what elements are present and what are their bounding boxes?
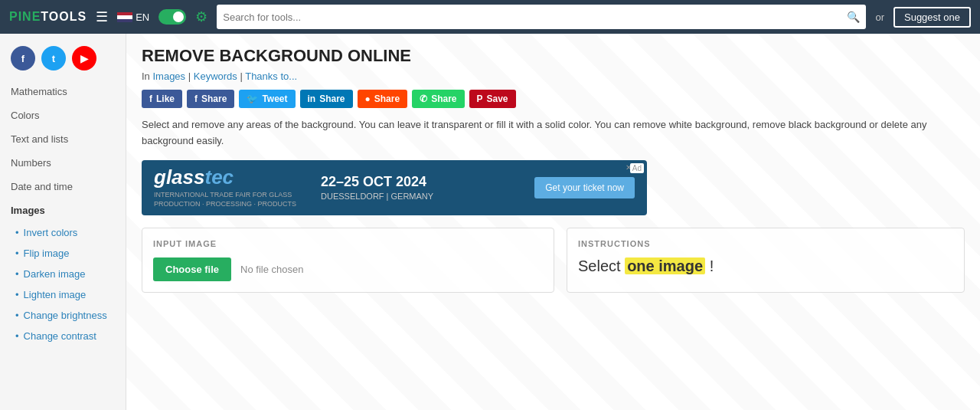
sidebar-item-colors[interactable]: Colors — [0, 103, 126, 127]
instructions-after: ! — [710, 257, 714, 274]
instructions-highlight: one image — [625, 257, 705, 274]
twitter-icon: 🐦 — [247, 93, 258, 104]
sidebar-item-numbers[interactable]: Numbers — [0, 151, 126, 175]
no-file-text: No file chosen — [240, 264, 303, 275]
main-content: REMOVE BACKGROUND ONLINE In Images | Key… — [126, 34, 980, 410]
sidebar-subitem-change-brightness[interactable]: Change brightness — [0, 305, 126, 326]
suggest-button[interactable]: Suggest one — [893, 7, 971, 28]
youtube-social-btn[interactable]: ▶ — [72, 46, 96, 71]
instructions-panel: INSTRUCTIONS Select one image ! — [567, 228, 965, 293]
ad-location: DUESSELDORF | GERMANY — [321, 192, 433, 201]
ad-banner: glasstec INTERNATIONAL TRADE FAIR FOR GL… — [142, 160, 647, 215]
topbar: PINETOOLS ☰ EN ⚙ 🔍 or Suggest one — [0, 0, 980, 34]
sidebar: f t ▶ Mathematics Colors Text and lists … — [0, 34, 126, 410]
logo[interactable]: PINETOOLS — [9, 10, 87, 24]
facebook-icon: f — [149, 93, 152, 104]
share-buttons: f Like f Share 🐦 Tweet in Share ● Sha — [142, 90, 965, 108]
body-wrap: f t ▶ Mathematics Colors Text and lists … — [0, 34, 980, 410]
instructions-panel-title: INSTRUCTIONS — [578, 239, 953, 248]
whatsapp-share-button[interactable]: ✆ Share — [412, 90, 464, 108]
flag-icon — [117, 12, 132, 22]
breadcrumb-prefix: In — [142, 71, 152, 82]
or-label: or — [875, 11, 884, 23]
theme-toggle[interactable] — [158, 9, 186, 25]
ad-cta-button[interactable]: Get your ticket now — [534, 177, 635, 198]
reddit-icon: ● — [365, 93, 371, 104]
lang-label: EN — [136, 11, 149, 23]
sidebar-item-text-and-lists[interactable]: Text and lists — [0, 127, 126, 151]
search-icon: 🔍 — [847, 11, 860, 23]
facebook-social-btn[interactable]: f — [11, 46, 35, 71]
sidebar-item-images[interactable]: Images — [0, 198, 126, 222]
sidebar-subitem-lighten-image[interactable]: Lighten image — [0, 284, 126, 305]
facebook2-icon: f — [194, 93, 198, 104]
tool-panels: INPUT IMAGE Choose file No file chosen I… — [142, 228, 965, 293]
social-icons: f t ▶ — [0, 41, 126, 80]
instructions-text: Select one image ! — [578, 257, 953, 275]
choose-file-area: Choose file No file chosen — [153, 257, 543, 281]
facebook-share-button[interactable]: f Share — [187, 90, 234, 108]
instructions-before: Select — [578, 257, 621, 274]
breadcrumb-keywords[interactable]: Keywords — [194, 71, 237, 82]
description: Select and remove any areas of the backg… — [142, 117, 965, 149]
linkedin-share-button[interactable]: in Share — [300, 90, 353, 108]
page-title: REMOVE BACKGROUND ONLINE — [142, 46, 965, 66]
sidebar-subitem-invert-colors[interactable]: Invert colors — [0, 222, 126, 243]
settings-icon[interactable]: ⚙ — [195, 8, 207, 25]
twitter-social-btn[interactable]: t — [41, 46, 66, 71]
ad-dates: 22–25 OCT 2024 — [321, 174, 433, 190]
input-panel-title: INPUT IMAGE — [153, 239, 543, 248]
menu-icon[interactable]: ☰ — [96, 8, 108, 25]
pinterest-share-button[interactable]: P Save — [469, 90, 516, 108]
ad-tagline: INTERNATIONAL TRADE FAIR FOR GLASSPRODUC… — [154, 191, 296, 208]
sidebar-item-mathematics[interactable]: Mathematics — [0, 80, 126, 103]
input-panel: INPUT IMAGE Choose file No file chosen — [142, 228, 554, 293]
sidebar-subitem-change-contrast[interactable]: Change contrast — [0, 326, 126, 346]
breadcrumb: In Images | Keywords | Thanks to... — [142, 71, 965, 82]
search-bar: 🔍 — [217, 5, 866, 29]
sidebar-subitem-flip-image[interactable]: Flip image — [0, 243, 126, 264]
reddit-share-button[interactable]: ● Share — [358, 90, 408, 108]
breadcrumb-thanks[interactable]: Thanks to... — [245, 71, 297, 82]
sidebar-item-date-and-time[interactable]: Date and time — [0, 175, 126, 198]
linkedin-icon: in — [308, 93, 316, 104]
sidebar-subitem-darken-image[interactable]: Darken image — [0, 264, 126, 284]
search-input[interactable] — [223, 11, 842, 23]
choose-file-button[interactable]: Choose file — [153, 257, 231, 281]
language-selector[interactable]: EN — [117, 11, 149, 23]
ad-logo: glasstec — [154, 166, 296, 189]
pinterest-icon: P — [477, 93, 483, 104]
like-button[interactable]: f Like — [142, 90, 182, 108]
twitter-share-button[interactable]: 🐦 Tweet — [239, 90, 295, 108]
whatsapp-icon: ✆ — [420, 93, 427, 104]
breadcrumb-images[interactable]: Images — [152, 71, 185, 82]
ad-label: Ad — [630, 163, 644, 173]
